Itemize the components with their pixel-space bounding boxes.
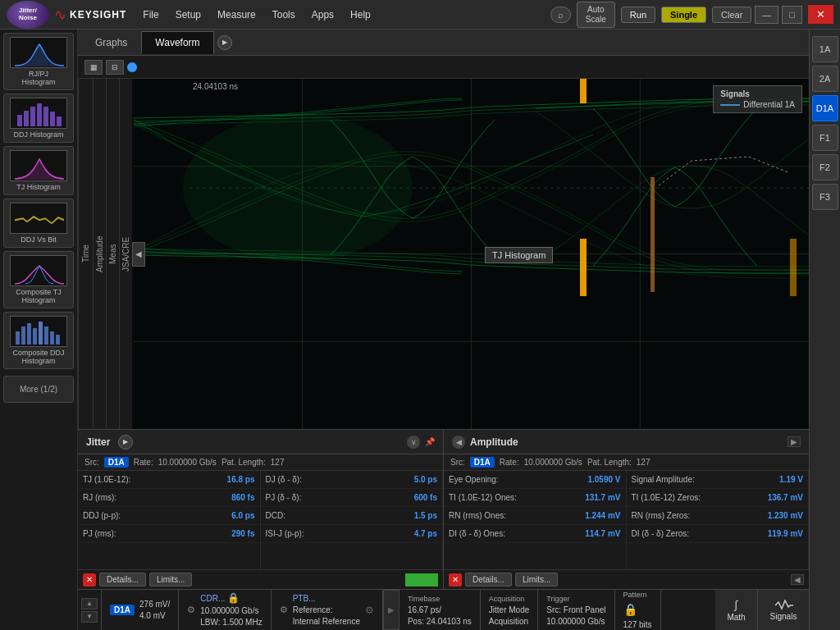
right-btn-d1a[interactable]: D1A — [812, 95, 838, 121]
amplitude-panel: Src: D1A Rate: 10.000000 Gb/s Pat. Lengt… — [444, 454, 809, 589]
amp-row-rn-ones: RN (rms) Ones: 1.244 mV — [444, 507, 626, 525]
sidebar-item-tjhist[interactable]: TJ Histogram — [3, 146, 74, 195]
math-button[interactable]: ∫ Math — [715, 590, 758, 631]
status-timebase-text: Timebase 16.67 ps/ Pos: 24.04103 ns — [408, 593, 472, 628]
amplitude-scroll-right[interactable]: ▶ — [788, 436, 801, 447]
grid-view-button[interactable]: ▦ — [84, 60, 103, 75]
sidebar-item-more[interactable]: More (1/2) — [3, 376, 74, 403]
jitter-expand-button[interactable]: ∨ — [407, 436, 420, 449]
signal-legend-item: Differential 1A — [720, 100, 795, 109]
amplitude-footer: ✕ Details... Limits... ◀ — [444, 569, 809, 589]
jitter-limits-button[interactable]: Limits... — [149, 573, 192, 587]
jitter-panel-header[interactable]: Jitter ▶ ∨ 📌 — [78, 430, 443, 454]
clear-button[interactable]: Clear — [712, 7, 751, 23]
status-nav-down[interactable]: ▼ — [81, 611, 98, 623]
status-cdr-section: ⚙ CDR... 🔒 10.000000 Gb/s LBW: 1.500 MHz — [179, 590, 271, 630]
amplitude-close-button[interactable]: ✕ — [449, 573, 462, 587]
status-nav-right[interactable]: ▶ — [383, 590, 399, 630]
status-pattern-section: Pattern 🔒 127 bits — [615, 590, 661, 630]
right-sidebar: 1A 2A D1A F1 F2 F3 — [809, 30, 840, 630]
sidebar-label-ctj: Composite TJHistogram — [7, 288, 70, 304]
time-axis-label: Time — [78, 79, 93, 429]
signals-button[interactable]: Signals — [758, 590, 809, 631]
svg-rect-8 — [57, 116, 62, 126]
sidebar-label-tj: TJ Histogram — [7, 183, 70, 191]
sidebar-item-ddjvsbit[interactable]: DDJ Vs Bit — [3, 199, 74, 248]
status-acq-text: Acquisition Jitter Mode Acquisition — [489, 593, 529, 628]
status-d1a-badge: D1A — [110, 605, 135, 615]
single-button[interactable]: Single — [661, 7, 706, 23]
status-nav-left: ▲ ▼ — [78, 590, 102, 630]
right-btn-f3[interactable]: F3 — [812, 184, 838, 210]
amplitude-scroll-btn[interactable]: ◀ — [791, 574, 804, 585]
amplitude-src-row: Src: D1A Rate: 10.000000 Gb/s Pat. Lengt… — [444, 454, 809, 471]
sidebar-item-rjpj[interactable]: RJ/PJHistogram — [3, 33, 74, 90]
sidebar-thumb-rjpj — [10, 37, 67, 68]
status-ptb-section: ⚙ PTB... Reference: Internal Reference ⚙ — [272, 590, 383, 630]
jitter-src-badge: D1A — [104, 457, 129, 468]
status-timebase-section: Timebase 16.67 ps/ Pos: 24.04103 ns — [399, 590, 481, 630]
jitter-row-pj: PJ (rms): 290 fs — [78, 525, 260, 543]
amplitude-limits-button[interactable]: Limits... — [515, 573, 558, 587]
svg-rect-31 — [790, 239, 797, 296]
collapse-panel-button[interactable]: ◀ — [132, 242, 145, 267]
menu-help[interactable]: Help — [344, 6, 377, 24]
sidebar-more-label: More (1/2) — [7, 380, 70, 399]
run-button[interactable]: Run — [621, 7, 655, 23]
minimize-button[interactable]: — — [755, 6, 778, 24]
sidebar-item-ctj[interactable]: Composite TJHistogram — [3, 251, 74, 308]
svg-rect-17 — [39, 322, 43, 345]
menu-apps[interactable]: Apps — [305, 6, 340, 24]
amp-row-di-zeros: DI (δ - δ) Zeros: 119.9 mV — [627, 525, 809, 543]
status-nav-up[interactable]: ▲ — [81, 598, 98, 609]
right-btn-f1[interactable]: F1 — [812, 125, 838, 151]
jitter-close-button[interactable]: ✕ — [83, 573, 96, 587]
waveform-play-button[interactable]: ▶ — [217, 35, 232, 50]
menu-tools[interactable]: Tools — [266, 6, 302, 24]
amp-row-di-ones: DI (δ - δ) Ones: 114.7 mV — [444, 525, 626, 543]
status-ptb-text: PTB... Reference: Internal Reference — [293, 593, 360, 628]
status-cdr-icon: ⚙ — [187, 605, 195, 615]
color-indicator[interactable] — [127, 62, 137, 72]
sidebar-label-rjpj: RJ/PJHistogram — [7, 70, 70, 86]
main-layout: RJ/PJHistogram DDJ Histogram — [0, 30, 840, 630]
autoscale-button[interactable]: Auto Scale — [577, 2, 615, 28]
sidebar-label-ddj: DDJ Histogram — [7, 130, 70, 139]
svg-rect-3 — [24, 111, 29, 126]
close-button[interactable]: ✕ — [808, 5, 833, 24]
menu-file[interactable]: File — [136, 6, 165, 24]
jitter-pin-button[interactable]: 📌 — [425, 437, 435, 446]
ptb-settings-icon[interactable]: ⚙ — [365, 605, 374, 616]
jitter-play-button[interactable]: ▶ — [118, 435, 133, 450]
amplitude-col-right: Signal Amplitude: 1.19 V TI (1.0E-12) Ze… — [627, 471, 810, 569]
search-button[interactable]: ⌕ — [550, 7, 571, 23]
jitter-footer: ✕ Details... Limits... — [78, 569, 443, 589]
right-btn-2a[interactable]: 2A — [812, 66, 838, 92]
sidebar-item-ddjhist[interactable]: DDJ Histogram — [3, 94, 74, 143]
menu-measure[interactable]: Measure — [211, 6, 262, 24]
amplitude-col-left: Eye Opening: 1.0590 V TI (1.0E-12) Ones:… — [444, 471, 627, 569]
amplitude-panel-header[interactable]: ◀ Amplitude ▶ — [444, 430, 809, 454]
split-view-button[interactable]: ⊟ — [106, 60, 124, 75]
amplitude-details-button[interactable]: Details... — [465, 573, 512, 587]
right-btn-1a[interactable]: 1A — [812, 36, 838, 62]
jitter-row-tj: TJ (1.0E-12): 16.8 ps — [78, 471, 260, 489]
menu-setup[interactable]: Setup — [169, 6, 208, 24]
amp-row-ti-zeros: TI (1.0E-12) Zeros: 136.7 mV — [627, 489, 809, 507]
jitter-details-button[interactable]: Details... — [99, 573, 146, 587]
maximize-button[interactable]: □ — [782, 6, 802, 24]
svg-rect-20 — [56, 335, 60, 345]
svg-rect-7 — [50, 112, 55, 126]
amp-row-sig-amp: Signal Amplitude: 1.19 V — [627, 471, 809, 489]
sidebar-item-cddj[interactable]: Composite DDJHistogram — [3, 312, 74, 369]
svg-rect-32 — [651, 177, 655, 292]
keysight-wave-icon: ∿ — [54, 6, 66, 24]
status-cdr-text: CDR... 🔒 10.000000 Gb/s LBW: 1.500 MHz — [200, 591, 262, 628]
tab-graphs[interactable]: Graphs — [81, 31, 141, 54]
logo-area: Jitter/ Noise ∿ KEYSIGHT — [7, 1, 126, 29]
amplitude-prev-button[interactable]: ◀ — [452, 436, 465, 449]
right-btn-f2[interactable]: F2 — [812, 154, 838, 180]
sidebar-thumb-ddj — [10, 98, 67, 129]
svg-rect-4 — [30, 107, 35, 126]
keysight-logo: ∿ KEYSIGHT — [54, 6, 126, 24]
